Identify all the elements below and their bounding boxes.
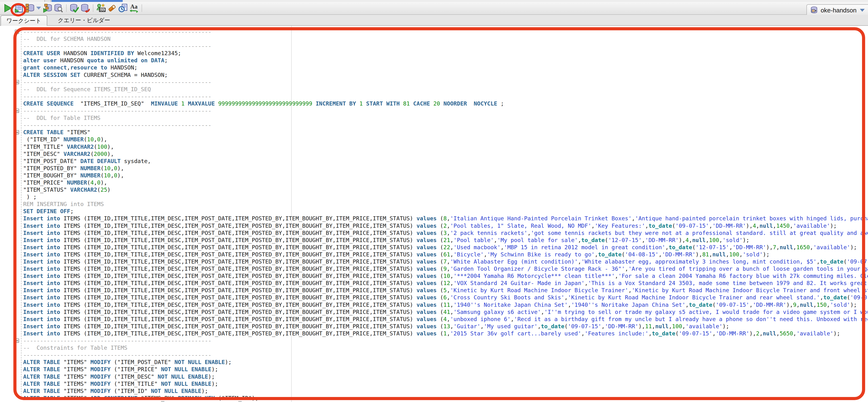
code-line: Insert into ITEMS (ITEM_ID,ITEM_TITLE,IT… <box>23 316 868 323</box>
code-line: Insert into ITEMS (ITEM_ID,ITEM_TITLE,IT… <box>23 287 868 294</box>
code-line: Insert into ITEMS (ITEM_ID,ITEM_TITLE,IT… <box>23 258 868 265</box>
code-line: Insert into ITEMS (ITEM_ID,ITEM_TITLE,IT… <box>23 301 868 308</box>
rollback-icon <box>81 4 90 13</box>
code-line: Insert into ITEMS (ITEM_ID,ITEM_TITLE,IT… <box>23 244 868 251</box>
case-toggle-button[interactable]: Aa <box>128 3 140 13</box>
code-line: ----------------------------------------… <box>23 351 868 359</box>
code-line: ----------------------------------------… <box>23 107 868 114</box>
selected-document-tab-fragment <box>52 0 123 2</box>
sql-developer-window: ★ SQL <box>0 0 868 402</box>
code-line: ALTER TABLE "ITEMS" MODIFY ("ITEM_TITLE"… <box>23 380 868 388</box>
code-line: "ITEM_STATUS" VARCHAR2(25) <box>23 186 868 193</box>
code-line: Insert into ITEMS (ITEM_ID,ITEM_TITLE,IT… <box>23 222 868 229</box>
sql-tuning-advisor-button[interactable] <box>53 3 64 13</box>
monitor-sql-icon: ★ SQL <box>96 3 106 13</box>
code-line: ----------------------------------------… <box>23 93 868 100</box>
tab-worksheet-label: ワークシート <box>6 17 41 25</box>
code-line: REM INSERTING into ITEMS <box>23 200 868 208</box>
autotrace-button[interactable] <box>42 3 53 13</box>
fold-marker[interactable] <box>15 109 19 113</box>
monitor-sql-button[interactable]: ★ SQL <box>95 3 106 13</box>
sql-history-button[interactable] <box>118 3 128 13</box>
code-line: ----------------------------------------… <box>23 337 868 344</box>
sql-history-icon <box>118 4 127 13</box>
commit-icon <box>70 4 79 13</box>
code-line: Insert into ITEMS (ITEM_ID,ITEM_TITLE,IT… <box>23 294 868 301</box>
fold-marker[interactable] <box>15 130 19 134</box>
code-line: -- DDL for Sequence ITEMS_ITEM_ID_SEQ <box>23 86 868 93</box>
top-strip <box>0 0 868 2</box>
tab-query-builder[interactable]: クエリー・ビルダー <box>55 15 114 25</box>
worksheet-tab-bar: ワークシート クエリー・ビルダー <box>0 15 868 26</box>
code-line: CREATE TABLE "ITEMS" <box>23 129 868 136</box>
run-icon <box>3 4 12 13</box>
code-line: ALTER TABLE "ITEMS" MODIFY ("ITEM_POST_D… <box>23 359 868 366</box>
code-line: -- Constraints for Table ITEMS <box>23 344 868 351</box>
code-line: CREATE USER HANDSON IDENTIFIED BY Welcom… <box>23 50 868 57</box>
code-line: CREATE SEQUENCE "ITEMS_ITEM_ID_SEQ" MINV… <box>23 100 868 107</box>
code-line: ) ; <box>23 193 868 200</box>
connection-dropdown-arrow[interactable] <box>860 9 865 12</box>
commit-button[interactable] <box>69 3 80 13</box>
autotrace-icon <box>43 4 52 13</box>
code-line: ALTER TABLE "ITEMS" MODIFY ("ITEM_PRICE"… <box>23 366 868 373</box>
connection-selector[interactable]: oke-handson <box>806 4 868 16</box>
sql-tuning-advisor-icon <box>54 4 63 13</box>
case-toggle-icon: Aa <box>129 3 139 13</box>
code-line: "ITEM_POSTED_BY" NUMBER(10,0), <box>23 165 868 172</box>
code-line: grant connect,resource to HANDSON; <box>23 64 868 71</box>
fold-marker[interactable] <box>15 339 19 343</box>
explain-plan-button[interactable] <box>24 3 35 13</box>
code-line: ("ITEM_ID" NUMBER(10,0), <box>23 136 868 143</box>
run-script-icon <box>14 4 23 13</box>
toolbar-separator <box>93 4 93 12</box>
rollback-button[interactable] <box>80 3 91 13</box>
code-line: Insert into ITEMS (ITEM_ID,ITEM_TITLE,IT… <box>23 330 868 337</box>
code-line: Insert into ITEMS (ITEM_ID,ITEM_TITLE,IT… <box>23 280 868 287</box>
code-line: ----------------------------------------… <box>23 28 868 35</box>
code-line: Insert into ITEMS (ITEM_ID,ITEM_TITLE,IT… <box>23 323 868 330</box>
code-line: alter user HANDSON quota unlimited on DA… <box>23 57 868 64</box>
code-line: "ITEM_BOUGHT_BY" NUMBER(10,0), <box>23 172 868 179</box>
code-line: ALTER SESSION SET CURRENT_SCHEMA = HANDS… <box>23 71 868 79</box>
fold-marker[interactable] <box>15 30 19 34</box>
sql-code[interactable]: ----------------------------------------… <box>23 28 868 402</box>
explain-plan-dropdown-arrow[interactable] <box>36 7 41 9</box>
code-line: Insert into ITEMS (ITEM_ID,ITEM_TITLE,IT… <box>23 272 868 280</box>
code-line: ----------------------------------------… <box>23 79 868 86</box>
code-line: ----------------------------------------… <box>23 122 868 129</box>
tab-worksheet[interactable]: ワークシート <box>0 15 47 26</box>
worksheet-toolbar: ★ SQL <box>0 2 868 15</box>
toolbar-separator <box>66 4 67 12</box>
code-line: "ITEM_PRICE" NUMBER(4,0), <box>23 179 868 186</box>
code-line: Insert into ITEMS (ITEM_ID,ITEM_TITLE,IT… <box>23 215 868 222</box>
clear-button[interactable] <box>106 3 118 13</box>
sql-worksheet-editor[interactable]: ----------------------------------------… <box>0 26 868 402</box>
code-line: ALTER TABLE "ITEMS" MODIFY ("ITEM_ID" NO… <box>23 388 868 395</box>
code-line: -- DDL for SCHEMA HANDSON <box>23 35 868 42</box>
case-glyph-text: Aa <box>130 3 137 10</box>
code-line: -- DDL for Table ITEMS <box>23 114 868 122</box>
code-line: ALTER TABLE "ITEMS" MODIFY ("ITEM_DESC" … <box>23 373 868 380</box>
code-line: Insert into ITEMS (ITEM_ID,ITEM_TITLE,IT… <box>23 265 868 272</box>
code-line: ----------------------------------------… <box>23 42 868 50</box>
code-line: Insert into ITEMS (ITEM_ID,ITEM_TITLE,IT… <box>23 237 868 244</box>
code-line: ALTER TABLE "ITEMS" ADD CONSTRAINT "ITEM… <box>23 395 868 402</box>
code-fold-guide <box>21 29 22 399</box>
connection-name: oke-handson <box>821 7 857 14</box>
code-line: SET DEFINE OFF; <box>23 208 868 215</box>
fold-marker[interactable] <box>15 80 19 84</box>
database-connection-icon <box>810 6 818 14</box>
explain-plan-icon <box>25 4 34 13</box>
code-line: "ITEM_DESC" VARCHAR2(2000), <box>23 150 868 158</box>
run-statement-button[interactable] <box>2 3 13 13</box>
run-script-button[interactable] <box>13 3 24 13</box>
tab-query-builder-label: クエリー・ビルダー <box>58 17 110 24</box>
code-line: "ITEM_POST_DATE" DATE DEFAULT sysdate, <box>23 158 868 165</box>
svg-text:★: ★ <box>101 3 105 8</box>
eraser-icon <box>107 4 117 13</box>
document-tab-fragment <box>44 0 51 2</box>
sql-badge-text: SQL <box>99 9 105 11</box>
code-line: Insert into ITEMS (ITEM_ID,ITEM_TITLE,IT… <box>23 229 868 237</box>
code-line: Insert into ITEMS (ITEM_ID,ITEM_TITLE,IT… <box>23 308 868 316</box>
